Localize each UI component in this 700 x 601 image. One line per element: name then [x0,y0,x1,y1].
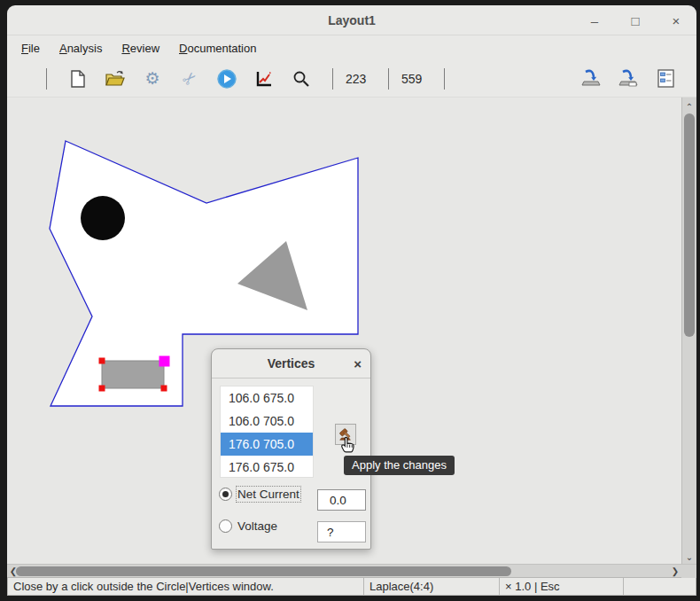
menu-review[interactable]: Review [120,40,161,57]
net-current-label: Net Current [237,488,299,501]
vertex-handle [161,386,167,392]
plot-chart-icon[interactable] [253,67,276,90]
zoom-search-icon[interactable] [290,67,313,90]
voltage-label: Voltage [237,519,277,533]
vertex-handle [99,358,105,364]
cut-scissors-icon[interactable]: ✂ [178,67,201,90]
hole-circle-shape [81,196,125,240]
export-drive-icon[interactable] [579,67,603,90]
menu-file[interactable]: File [19,40,42,57]
voltage-input[interactable] [317,521,366,542]
menu-analysis[interactable]: Analysis [58,40,104,57]
coordinate-y-value: 559 [401,72,432,86]
new-document-icon[interactable] [66,67,89,90]
vertex-list-item-selected[interactable]: 176.0 705.0 [221,433,313,456]
hand-cursor-icon [338,435,358,457]
close-button[interactable]: × [666,11,686,30]
vertex-list[interactable]: 106.0 675.0 106.0 705.0 176.0 705.0 176.… [220,386,314,478]
toolbar-separator [388,68,389,90]
vertical-scrollbar-thumb[interactable] [684,113,695,337]
status-message: Close by a click outside the Circle|Vert… [7,577,363,596]
window-title: Layout1 [328,13,376,27]
vertices-dialog-titlebar[interactable]: Vertices × [212,349,370,379]
vertices-dialog-title: Vertices [268,356,315,371]
canvas-row: Vertices × 106.0 675.0 106.0 705.0 176.0… [7,98,696,564]
voltage-row: Voltage [219,519,277,533]
export-drive-alt-icon[interactable] [617,67,640,90]
scrollbar-corner [681,565,696,578]
menubar: File Analysis Review Documentation [7,35,696,60]
run-play-icon[interactable] [215,67,238,90]
menu-documentation[interactable]: Documentation [177,40,258,57]
vertex-handle-selected [159,356,170,367]
net-current-row: Net Current [219,488,299,501]
toolbar: ⚙ ✂ [7,60,696,98]
toolbar-separator [46,68,47,90]
minimize-button[interactable]: – [585,11,604,30]
selected-rectangle-shape [102,361,164,388]
voltage-radio[interactable] [219,519,232,533]
maximize-button[interactable]: □ [626,11,645,30]
vertical-scrollbar[interactable]: ⌃ ⌄ [681,98,696,564]
drawing-canvas[interactable]: Vertices × 106.0 675.0 106.0 705.0 176.0… [7,98,681,564]
statusbar: Close by a click outside the Circle|Vert… [7,577,696,596]
scroll-down-icon[interactable]: ⌄ [682,550,696,564]
net-current-radio[interactable] [219,488,232,501]
scroll-right-icon[interactable]: ❯ [669,565,681,578]
vertex-list-item[interactable]: 106.0 675.0 [221,386,313,410]
screen: Layout1 – □ × File Analysis Review Docum… [0,0,700,601]
window-controls: – □ × [585,5,686,35]
app-window: Layout1 – □ × File Analysis Review Docum… [7,5,696,596]
open-folder-icon[interactable] [104,67,127,90]
horizontal-scrollbar[interactable]: ❮ ❯ [7,564,696,577]
status-zoom-level: × 1.0 | Esc [499,577,623,596]
coordinate-x-value: 223 [346,72,376,86]
net-current-input[interactable] [317,489,366,511]
vertex-list-item[interactable]: 106.0 705.0 [221,410,313,433]
vertex-handle [99,386,105,392]
toolbar-separator [444,68,445,90]
status-solver: Laplace(4:4) [363,577,499,596]
form-list-icon[interactable] [654,67,677,90]
horizontal-scrollbar-thumb[interactable] [16,566,511,576]
titlebar: Layout1 – □ × [7,5,696,35]
settings-gear-icon[interactable]: ⚙ [141,67,164,90]
dialog-close-icon[interactable]: × [354,349,362,379]
apply-tooltip: Apply the changes [344,456,455,475]
scroll-up-icon[interactable]: ⌃ [682,99,696,113]
status-empty [623,577,696,596]
toolbar-separator [332,68,333,90]
vertex-list-item[interactable]: 176.0 675.0 [221,456,313,479]
